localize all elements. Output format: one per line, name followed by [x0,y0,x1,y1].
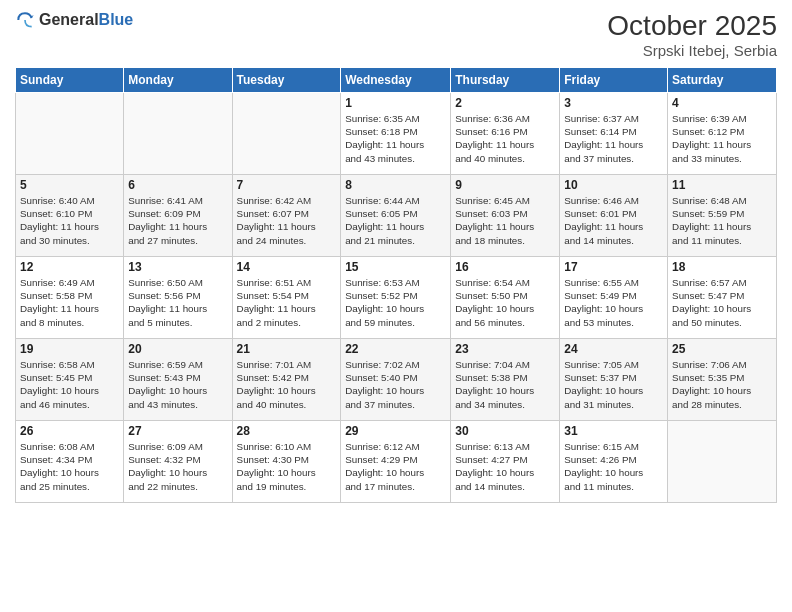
logo-text: General Blue [39,12,133,28]
col-tuesday: Tuesday [232,68,341,93]
day-info: Sunrise: 6:55 AM Sunset: 5:49 PM Dayligh… [564,276,663,329]
day-number: 18 [672,260,772,274]
day-info: Sunrise: 7:06 AM Sunset: 5:35 PM Dayligh… [672,358,772,411]
calendar-cell: 18Sunrise: 6:57 AM Sunset: 5:47 PM Dayli… [668,257,777,339]
day-number: 2 [455,96,555,110]
day-info: Sunrise: 6:46 AM Sunset: 6:01 PM Dayligh… [564,194,663,247]
col-sunday: Sunday [16,68,124,93]
calendar-cell: 26Sunrise: 6:08 AM Sunset: 4:34 PM Dayli… [16,421,124,503]
day-info: Sunrise: 6:42 AM Sunset: 6:07 PM Dayligh… [237,194,337,247]
calendar-cell: 20Sunrise: 6:59 AM Sunset: 5:43 PM Dayli… [124,339,232,421]
day-info: Sunrise: 6:15 AM Sunset: 4:26 PM Dayligh… [564,440,663,493]
day-info: Sunrise: 7:02 AM Sunset: 5:40 PM Dayligh… [345,358,446,411]
calendar-cell: 5Sunrise: 6:40 AM Sunset: 6:10 PM Daylig… [16,175,124,257]
day-info: Sunrise: 6:54 AM Sunset: 5:50 PM Dayligh… [455,276,555,329]
day-info: Sunrise: 6:35 AM Sunset: 6:18 PM Dayligh… [345,112,446,165]
day-number: 23 [455,342,555,356]
calendar-cell: 10Sunrise: 6:46 AM Sunset: 6:01 PM Dayli… [560,175,668,257]
calendar-table: Sunday Monday Tuesday Wednesday Thursday… [15,67,777,503]
calendar-cell [668,421,777,503]
day-number: 27 [128,424,227,438]
day-info: Sunrise: 6:53 AM Sunset: 5:52 PM Dayligh… [345,276,446,329]
calendar-cell: 14Sunrise: 6:51 AM Sunset: 5:54 PM Dayli… [232,257,341,339]
col-monday: Monday [124,68,232,93]
calendar-week-5: 26Sunrise: 6:08 AM Sunset: 4:34 PM Dayli… [16,421,777,503]
calendar-header: Sunday Monday Tuesday Wednesday Thursday… [16,68,777,93]
calendar-cell [232,93,341,175]
calendar-cell: 4Sunrise: 6:39 AM Sunset: 6:12 PM Daylig… [668,93,777,175]
day-info: Sunrise: 6:39 AM Sunset: 6:12 PM Dayligh… [672,112,772,165]
day-info: Sunrise: 7:04 AM Sunset: 5:38 PM Dayligh… [455,358,555,411]
day-number: 19 [20,342,119,356]
day-number: 16 [455,260,555,274]
col-friday: Friday [560,68,668,93]
day-number: 29 [345,424,446,438]
day-number: 5 [20,178,119,192]
day-number: 15 [345,260,446,274]
col-wednesday: Wednesday [341,68,451,93]
day-info: Sunrise: 6:58 AM Sunset: 5:45 PM Dayligh… [20,358,119,411]
day-number: 10 [564,178,663,192]
day-info: Sunrise: 6:37 AM Sunset: 6:14 PM Dayligh… [564,112,663,165]
calendar-cell: 15Sunrise: 6:53 AM Sunset: 5:52 PM Dayli… [341,257,451,339]
day-number: 12 [20,260,119,274]
day-info: Sunrise: 7:05 AM Sunset: 5:37 PM Dayligh… [564,358,663,411]
col-saturday: Saturday [668,68,777,93]
page-title: October 2025 [607,10,777,42]
calendar-cell: 7Sunrise: 6:42 AM Sunset: 6:07 PM Daylig… [232,175,341,257]
day-number: 1 [345,96,446,110]
logo-icon [15,10,35,30]
calendar-week-2: 5Sunrise: 6:40 AM Sunset: 6:10 PM Daylig… [16,175,777,257]
calendar-cell: 31Sunrise: 6:15 AM Sunset: 4:26 PM Dayli… [560,421,668,503]
calendar-cell: 21Sunrise: 7:01 AM Sunset: 5:42 PM Dayli… [232,339,341,421]
day-number: 14 [237,260,337,274]
calendar-cell: 19Sunrise: 6:58 AM Sunset: 5:45 PM Dayli… [16,339,124,421]
day-number: 6 [128,178,227,192]
day-number: 4 [672,96,772,110]
day-info: Sunrise: 6:48 AM Sunset: 5:59 PM Dayligh… [672,194,772,247]
calendar-cell: 8Sunrise: 6:44 AM Sunset: 6:05 PM Daylig… [341,175,451,257]
day-info: Sunrise: 6:57 AM Sunset: 5:47 PM Dayligh… [672,276,772,329]
day-info: Sunrise: 6:45 AM Sunset: 6:03 PM Dayligh… [455,194,555,247]
day-number: 13 [128,260,227,274]
calendar-cell: 17Sunrise: 6:55 AM Sunset: 5:49 PM Dayli… [560,257,668,339]
day-info: Sunrise: 6:08 AM Sunset: 4:34 PM Dayligh… [20,440,119,493]
day-info: Sunrise: 6:49 AM Sunset: 5:58 PM Dayligh… [20,276,119,329]
day-info: Sunrise: 6:59 AM Sunset: 5:43 PM Dayligh… [128,358,227,411]
calendar-cell: 9Sunrise: 6:45 AM Sunset: 6:03 PM Daylig… [451,175,560,257]
col-thursday: Thursday [451,68,560,93]
day-number: 25 [672,342,772,356]
calendar-cell [16,93,124,175]
day-number: 26 [20,424,119,438]
calendar-week-3: 12Sunrise: 6:49 AM Sunset: 5:58 PM Dayli… [16,257,777,339]
calendar-cell: 29Sunrise: 6:12 AM Sunset: 4:29 PM Dayli… [341,421,451,503]
calendar-cell: 28Sunrise: 6:10 AM Sunset: 4:30 PM Dayli… [232,421,341,503]
logo-general: General [39,12,99,28]
calendar-cell: 22Sunrise: 7:02 AM Sunset: 5:40 PM Dayli… [341,339,451,421]
calendar-cell [124,93,232,175]
day-info: Sunrise: 7:01 AM Sunset: 5:42 PM Dayligh… [237,358,337,411]
day-info: Sunrise: 6:36 AM Sunset: 6:16 PM Dayligh… [455,112,555,165]
day-info: Sunrise: 6:10 AM Sunset: 4:30 PM Dayligh… [237,440,337,493]
day-number: 7 [237,178,337,192]
calendar-body: 1Sunrise: 6:35 AM Sunset: 6:18 PM Daylig… [16,93,777,503]
calendar-week-1: 1Sunrise: 6:35 AM Sunset: 6:18 PM Daylig… [16,93,777,175]
page-subtitle: Srpski Itebej, Serbia [607,42,777,59]
calendar-cell: 11Sunrise: 6:48 AM Sunset: 5:59 PM Dayli… [668,175,777,257]
calendar-cell: 23Sunrise: 7:04 AM Sunset: 5:38 PM Dayli… [451,339,560,421]
calendar-cell: 2Sunrise: 6:36 AM Sunset: 6:16 PM Daylig… [451,93,560,175]
day-number: 28 [237,424,337,438]
day-number: 22 [345,342,446,356]
calendar-cell: 12Sunrise: 6:49 AM Sunset: 5:58 PM Dayli… [16,257,124,339]
calendar-cell: 3Sunrise: 6:37 AM Sunset: 6:14 PM Daylig… [560,93,668,175]
day-info: Sunrise: 6:13 AM Sunset: 4:27 PM Dayligh… [455,440,555,493]
day-number: 11 [672,178,772,192]
calendar-cell: 25Sunrise: 7:06 AM Sunset: 5:35 PM Dayli… [668,339,777,421]
calendar-cell: 13Sunrise: 6:50 AM Sunset: 5:56 PM Dayli… [124,257,232,339]
day-info: Sunrise: 6:50 AM Sunset: 5:56 PM Dayligh… [128,276,227,329]
day-info: Sunrise: 6:12 AM Sunset: 4:29 PM Dayligh… [345,440,446,493]
day-number: 21 [237,342,337,356]
calendar-cell: 27Sunrise: 6:09 AM Sunset: 4:32 PM Dayli… [124,421,232,503]
day-number: 8 [345,178,446,192]
day-info: Sunrise: 6:44 AM Sunset: 6:05 PM Dayligh… [345,194,446,247]
